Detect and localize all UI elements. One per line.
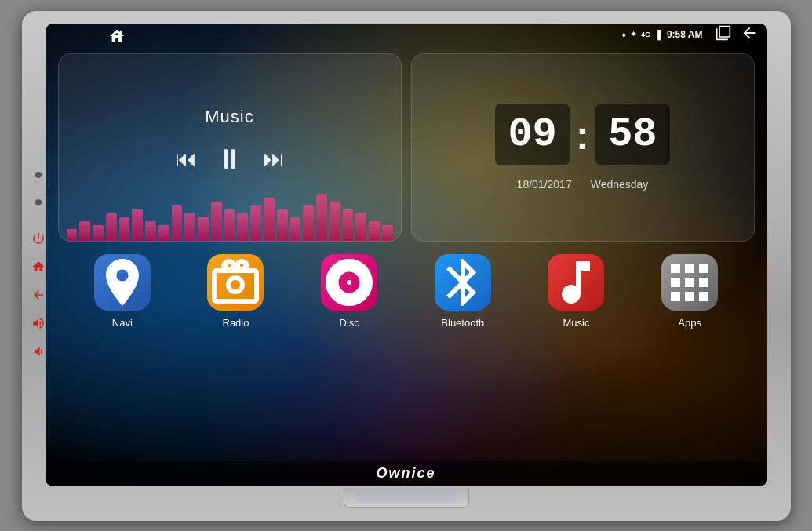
- music-bar: [250, 205, 261, 241]
- volume-down-button[interactable]: [30, 343, 47, 360]
- app-label-navi: Navi: [112, 317, 133, 329]
- app-navi[interactable]: Navi: [94, 254, 151, 329]
- music-bar: [303, 205, 314, 241]
- app-icon-radio: [207, 254, 264, 311]
- music-controls: ⏮ ⏸ ⏭: [175, 143, 285, 176]
- app-label-disc: Disc: [340, 317, 359, 329]
- music-bar: [119, 217, 130, 241]
- music-bar: [79, 221, 90, 241]
- rst-label: RST: [33, 207, 44, 213]
- music-bar: [290, 217, 301, 241]
- back-side-button[interactable]: [30, 286, 47, 304]
- clock-minutes: 58: [595, 104, 669, 165]
- bluetooth-status-icon: ✦: [630, 29, 637, 39]
- widgets-row: Music ⏮ ⏸ ⏭ 09 : 58: [58, 53, 755, 242]
- status-time: 9:58 AM: [667, 29, 703, 40]
- music-bar: [237, 213, 248, 241]
- home-icon[interactable]: [108, 27, 126, 48]
- app-radio[interactable]: Radio: [207, 254, 264, 329]
- music-bar: [316, 194, 327, 241]
- clock-display: 09 : 58: [495, 104, 669, 165]
- music-bar: [264, 198, 275, 241]
- app-icon-disc: [321, 254, 377, 311]
- app-music[interactable]: Music: [548, 254, 604, 329]
- home-side-button[interactable]: [30, 258, 47, 275]
- music-bar: [132, 209, 143, 241]
- app-label-bluetooth: Bluetooth: [441, 317, 484, 329]
- app-label-radio: Radio: [223, 317, 249, 329]
- window-icon[interactable]: [716, 25, 731, 44]
- app-label-music: Music: [563, 317, 589, 329]
- back-nav-icon[interactable]: [741, 24, 758, 45]
- main-content: Music ⏮ ⏸ ⏭ 09 : 58: [46, 45, 767, 486]
- music-bar: [93, 225, 104, 241]
- music-bar: [184, 213, 195, 241]
- brand-bar: Ownice: [46, 461, 767, 486]
- rewind-button[interactable]: ⏮: [175, 146, 197, 172]
- play-pause-button[interactable]: ⏸: [216, 143, 244, 176]
- status-icons: ♦ ✦ 4G ▐: [621, 29, 660, 39]
- side-panel: MIC RST: [30, 172, 47, 360]
- bottom-connector: [344, 488, 469, 508]
- app-disc[interactable]: Disc: [321, 254, 377, 329]
- app-icon-apps: [661, 254, 718, 311]
- music-bar: [67, 229, 78, 241]
- app-icon-navi: [94, 254, 151, 311]
- clock-date: 18/01/2017 Wednesday: [517, 178, 649, 191]
- music-bar: [211, 202, 222, 241]
- music-bar: [355, 213, 366, 241]
- music-bar: [277, 209, 288, 241]
- device-body: MIC RST: [22, 11, 791, 521]
- mic-label: MIC: [33, 180, 43, 185]
- clock-date-value: 18/01/2017: [517, 178, 572, 191]
- app-icon-music: [548, 254, 604, 311]
- location-icon: ♦: [621, 30, 626, 39]
- app-icon-bluetooth: [435, 254, 491, 311]
- music-bar: [369, 221, 380, 241]
- volume-up-button[interactable]: [30, 315, 47, 332]
- clock-widget: 09 : 58 18/01/2017 Wednesday: [411, 53, 755, 242]
- music-bar: [224, 209, 235, 241]
- music-bar: [330, 202, 340, 241]
- status-bar: ♦ ✦ 4G ▐ 9:58 AM: [46, 24, 767, 45]
- app-label-apps: Apps: [678, 317, 701, 329]
- music-bar: [172, 205, 183, 241]
- music-bar: [145, 221, 156, 241]
- app-apps[interactable]: Apps: [661, 254, 718, 329]
- brand-name: Ownice: [376, 465, 435, 482]
- music-bar: [382, 225, 393, 241]
- fast-forward-button[interactable]: ⏭: [263, 146, 285, 172]
- music-bar: [343, 209, 354, 241]
- signal-4g-icon: 4G: [641, 31, 650, 38]
- power-button[interactable]: [30, 230, 47, 247]
- apps-row: NaviRadioDiscBluetoothMusicApps: [58, 249, 755, 333]
- clock-colon: :: [576, 111, 589, 158]
- music-bar: [158, 225, 169, 241]
- signal-bars-icon: ▐: [654, 30, 661, 39]
- music-widget[interactable]: Music ⏮ ⏸ ⏭: [58, 53, 402, 242]
- music-widget-title: Music: [205, 107, 253, 127]
- clock-hours: 09: [495, 104, 569, 165]
- app-bluetooth[interactable]: Bluetooth: [435, 254, 491, 329]
- clock-day-value: Wednesday: [591, 178, 649, 191]
- music-visualizer: [59, 186, 401, 241]
- music-bar: [198, 217, 209, 241]
- screen: ♦ ✦ 4G ▐ 9:58 AM: [46, 24, 767, 486]
- music-bar: [106, 213, 117, 241]
